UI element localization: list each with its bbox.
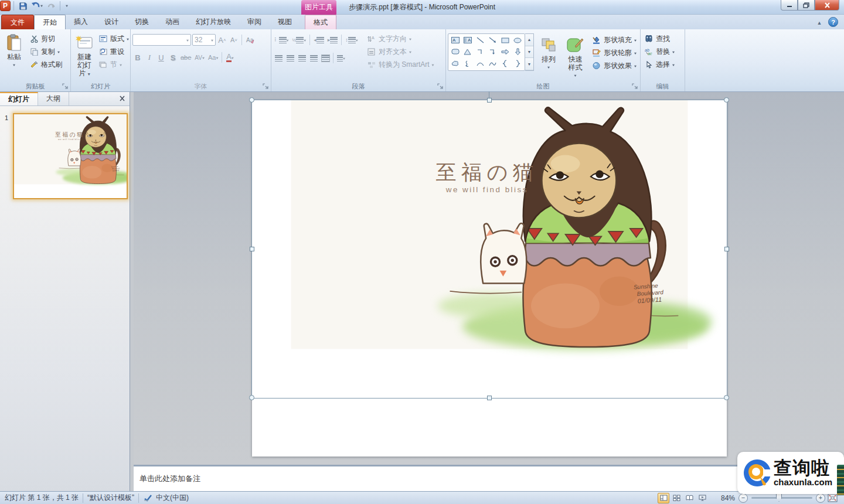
shape-right-arrow[interactable] [501,49,509,55]
paste-button[interactable]: 粘贴 ▾ [2,31,26,80]
qat-customize-button[interactable]: ▾ [63,0,70,12]
shape-line[interactable] [477,37,484,43]
tab-slides-thumbnails[interactable]: 幻灯片 [0,92,38,105]
shapes-scroll-up[interactable]: ▲ [525,34,533,46]
columns-button[interactable]: ▾ [336,52,346,64]
shape-freeform[interactable] [451,60,459,67]
slideshow-view-button[interactable] [696,493,708,503]
strikethrough-button[interactable]: abe [179,52,192,63]
tab-transitions[interactable]: 切换 [127,15,157,29]
text-shadow-button[interactable]: S [168,52,178,63]
tab-view[interactable]: 视图 [270,15,300,29]
resize-handle-bottom-right[interactable] [724,395,729,400]
shape-scribble[interactable] [464,60,471,67]
paragraph-dialog-launcher[interactable] [437,83,444,90]
spellcheck-icon[interactable] [143,493,152,503]
shape-left-brace[interactable] [502,60,508,67]
shape-elbow-connector[interactable] [477,49,484,55]
align-left-button[interactable] [273,52,284,64]
tab-format[interactable]: 格式 [305,15,336,29]
new-slide-button[interactable]: 新建 幻灯片 ▾ [73,31,96,80]
save-button[interactable] [17,0,29,12]
zoom-slider-thumb[interactable] [776,493,782,502]
find-button[interactable]: 查找 [642,32,683,45]
shape-rectangle[interactable] [501,38,509,43]
zoom-slider[interactable] [751,497,812,499]
font-size-combo[interactable]: 32▾ [192,34,216,46]
quick-styles-button[interactable]: 快速样式 ▾ [563,33,587,83]
decrease-indent-button[interactable]: ◂ [312,34,325,46]
undo-button[interactable]: ▾ [31,0,43,12]
copy-button[interactable]: 复制▾ [28,45,64,58]
redo-button[interactable] [45,0,57,12]
resize-handle-middle-right[interactable] [724,247,729,251]
shapes-gallery-more[interactable]: ▼ [525,58,533,70]
align-right-button[interactable] [297,52,307,64]
grow-font-button[interactable]: A˄ [217,34,227,46]
shape-arc[interactable] [477,61,484,67]
tab-animations[interactable]: 动画 [157,15,188,29]
distribute-button[interactable] [320,52,331,64]
undo-dropdown[interactable]: ▾ [40,4,43,8]
shape-effects-button[interactable]: 形状效果▾ [590,59,638,72]
convert-smartart-button[interactable]: 转换为 SmartArt▾ [365,58,436,71]
reset-button[interactable]: 重设 [97,45,131,58]
text-direction-button[interactable]: A 文字方向▾ [365,32,436,45]
resize-handle-middle-left[interactable] [250,247,254,251]
shape-oval[interactable] [513,38,522,43]
replace-button[interactable]: ab ac 替换▾ [642,45,683,58]
numbering-button[interactable]: ½▾ [291,34,308,46]
resize-handle-top-left[interactable] [249,97,254,103]
zoom-out-button[interactable]: − [738,493,748,503]
resize-handle-top-right[interactable] [724,97,729,103]
shape-elbow-arrow-connector[interactable] [489,49,496,55]
shape-triangle[interactable] [464,49,471,55]
zoom-in-button[interactable]: + [816,493,825,503]
powerpoint-app-icon[interactable]: P [0,1,11,11]
shape-vertical-textbox[interactable]: A [464,37,472,43]
tab-design[interactable]: 设计 [96,15,127,29]
layout-button[interactable]: 版式▾ [97,32,131,45]
align-center-button[interactable] [285,52,295,64]
shape-outline-button[interactable]: 形状轮廓▾ [590,46,638,59]
arrange-button[interactable]: 排列 ▾ [537,33,560,83]
close-button[interactable] [815,0,839,11]
clipboard-dialog-launcher[interactable] [62,83,69,90]
tab-review[interactable]: 审阅 [239,15,270,29]
justify-button[interactable] [308,52,319,64]
font-name-combo[interactable]: ▾ [132,34,191,46]
resize-handle-bottom-center[interactable] [487,396,492,400]
format-painter-button[interactable]: 格式刷 [28,58,64,71]
select-button[interactable]: 选择▾ [642,58,683,71]
character-spacing-button[interactable]: AV▾ [193,52,206,63]
section-button[interactable]: 节▾ [97,58,131,71]
zoom-percentage[interactable]: 84% [713,494,735,502]
clear-formatting-button[interactable]: Aa [244,34,256,46]
shape-rounded-rectangle[interactable] [451,49,460,55]
help-button[interactable]: ? [828,17,838,27]
status-language[interactable]: 中文(中国) [156,493,189,503]
minimize-button[interactable] [781,0,798,11]
shapes-gallery[interactable]: A A [448,33,525,71]
shapes-scroll-down[interactable]: ▼ [525,46,533,59]
tab-slideshow[interactable]: 幻灯片放映 [188,15,239,29]
tab-file[interactable]: 文件 [1,15,34,29]
selected-picture[interactable] [252,100,727,398]
shape-textbox[interactable]: A [451,37,460,43]
line-spacing-button[interactable]: ↕▾ [344,34,359,46]
cut-button[interactable]: 剪切 [28,32,64,45]
shape-curve[interactable] [489,61,496,67]
reading-view-button[interactable] [683,493,695,503]
shape-right-brace[interactable] [515,60,520,67]
font-dialog-launcher[interactable] [263,83,270,90]
resize-handle-top-center[interactable] [487,98,492,103]
tab-home[interactable]: 开始 [34,15,66,29]
slide-thumbnail[interactable] [13,113,128,199]
slide-sorter-view-button[interactable] [671,493,682,503]
increase-indent-button[interactable]: ▸ [326,34,339,46]
shape-fill-button[interactable]: 形状填充▾ [590,33,638,46]
drawing-dialog-launcher[interactable] [632,83,639,90]
tab-outline[interactable]: 大纲 [38,92,69,105]
tab-insert[interactable]: 插入 [66,15,96,29]
slide-editing-area[interactable] [134,92,844,465]
